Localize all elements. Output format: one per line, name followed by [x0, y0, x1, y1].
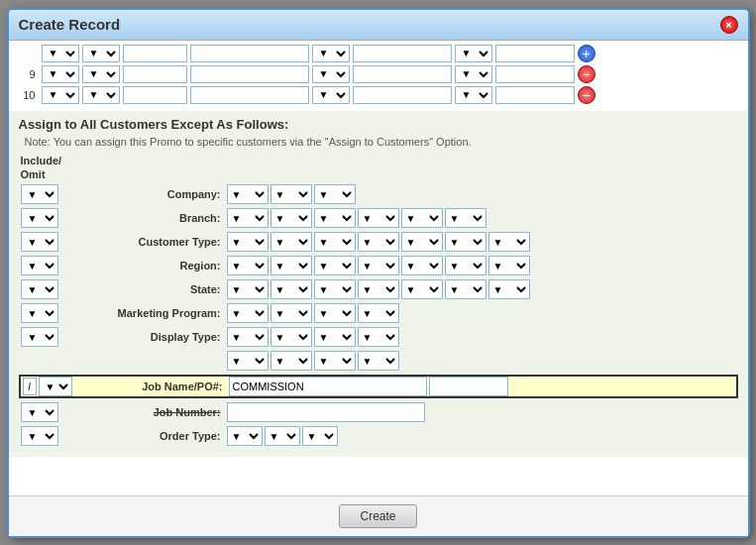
- branch-select-3[interactable]: ▼: [314, 208, 356, 228]
- job-name-label: Job Name/PO#:: [80, 381, 229, 392]
- region-select-6[interactable]: ▼: [445, 256, 486, 275]
- company-select-2[interactable]: ▼: [270, 184, 312, 204]
- region-select-1[interactable]: ▼: [227, 256, 269, 275]
- mp-select-2[interactable]: ▼: [270, 303, 312, 323]
- state-select-1[interactable]: ▼: [227, 279, 269, 299]
- row10-select-2[interactable]: ▼: [82, 86, 120, 104]
- ct-select-5[interactable]: ▼: [401, 232, 443, 252]
- dt2-select-1[interactable]: ▼: [227, 351, 269, 371]
- dt-select-3[interactable]: ▼: [314, 327, 356, 347]
- form-row-display-type: ▼ Display Type: ▼ ▼ ▼ ▼: [19, 326, 738, 348]
- ot-select-2[interactable]: ▼: [265, 426, 300, 446]
- create-record-dialog: Create Record × ▼ ▼ ▼ ▼ +: [7, 8, 750, 538]
- region-select-4[interactable]: ▼: [358, 256, 399, 275]
- region-select-3[interactable]: ▼: [314, 256, 356, 275]
- row10-input-2[interactable]: [190, 86, 309, 104]
- ct-select-4[interactable]: ▼: [358, 232, 399, 252]
- order-type-io-select[interactable]: ▼: [21, 426, 58, 446]
- company-label: Company:: [78, 188, 227, 200]
- scrollable-content[interactable]: ▼ ▼ ▼ ▼ + 9 ▼ ▼ ▼: [9, 41, 748, 495]
- row10-select-4[interactable]: ▼: [455, 86, 492, 104]
- company-select-3[interactable]: ▼: [314, 184, 356, 204]
- row9-select-4[interactable]: ▼: [455, 65, 492, 83]
- row-select-1[interactable]: ▼: [42, 45, 79, 62]
- row9-select-2[interactable]: ▼: [82, 65, 120, 83]
- form-row-job-name: I ▼ Job Name/PO#:: [19, 375, 738, 398]
- ct-select-3[interactable]: ▼: [314, 232, 356, 252]
- state-select-5[interactable]: ▼: [401, 279, 443, 299]
- ct-select-6[interactable]: ▼: [445, 232, 486, 252]
- branch-select-2[interactable]: ▼: [270, 208, 312, 228]
- row-input-4[interactable]: [495, 45, 575, 62]
- display-io-select[interactable]: ▼: [21, 327, 58, 347]
- job-name-fields: [229, 377, 736, 396]
- customer-type-fields: ▼ ▼ ▼ ▼ ▼ ▼ ▼: [227, 232, 738, 252]
- state-select-2[interactable]: ▼: [270, 279, 312, 299]
- row9-input-3[interactable]: [353, 65, 452, 83]
- company-io-select[interactable]: ▼: [21, 184, 58, 204]
- region-select-2[interactable]: ▼: [270, 256, 312, 275]
- ct-select-2[interactable]: ▼: [270, 232, 312, 252]
- state-select-3[interactable]: ▼: [314, 279, 356, 299]
- branch-select-6[interactable]: ▼: [445, 208, 486, 228]
- row-input-3[interactable]: [353, 45, 452, 62]
- row9-input-4[interactable]: [495, 65, 575, 83]
- ot-select-3[interactable]: ▼: [302, 426, 338, 446]
- dt2-select-4[interactable]: ▼: [358, 351, 399, 371]
- job-name-input[interactable]: [229, 377, 427, 396]
- row-select-4[interactable]: ▼: [455, 45, 492, 62]
- row-input-1[interactable]: [123, 45, 187, 62]
- job-name-extra-input[interactable]: [429, 377, 508, 396]
- row-select-2[interactable]: ▼: [82, 45, 120, 62]
- branch-select-5[interactable]: ▼: [401, 208, 443, 228]
- display-type-label: Display Type:: [78, 331, 227, 343]
- mp-select-4[interactable]: ▼: [358, 303, 399, 323]
- row10-input-1[interactable]: [123, 86, 187, 104]
- row10-select-1[interactable]: ▼: [42, 86, 79, 104]
- row10-select-3[interactable]: ▼: [312, 86, 350, 104]
- job-number-fields: [227, 402, 738, 422]
- add-row-button[interactable]: +: [578, 45, 595, 62]
- job-name-io-select[interactable]: ▼: [39, 377, 72, 396]
- state-select-4[interactable]: ▼: [358, 279, 399, 299]
- job-number-input[interactable]: [227, 402, 425, 422]
- row9-select-1[interactable]: ▼: [42, 65, 79, 83]
- dt-select-2[interactable]: ▼: [270, 327, 312, 347]
- state-select-7[interactable]: ▼: [488, 279, 530, 299]
- state-io-select[interactable]: ▼: [21, 279, 58, 299]
- branch-io-select[interactable]: ▼: [21, 208, 58, 228]
- dt2-select-3[interactable]: ▼: [314, 351, 356, 371]
- job-number-io-select[interactable]: ▼: [21, 402, 58, 422]
- row10-input-4[interactable]: [495, 86, 575, 104]
- remove-row-9-button[interactable]: −: [578, 65, 595, 83]
- region-select-5[interactable]: ▼: [401, 256, 443, 275]
- row9-input-2[interactable]: [190, 65, 309, 83]
- state-label: State:: [78, 283, 227, 295]
- row10-input-3[interactable]: [353, 86, 452, 104]
- branch-select-1[interactable]: ▼: [227, 208, 269, 228]
- customer-type-io-select[interactable]: ▼: [21, 232, 58, 252]
- dt2-select-2[interactable]: ▼: [270, 351, 312, 371]
- form-grid: ▼ Company: ▼ ▼ ▼ ▼: [19, 183, 738, 447]
- dt-select-1[interactable]: ▼: [227, 327, 269, 347]
- dt-select-4[interactable]: ▼: [358, 327, 399, 347]
- row9-select-3[interactable]: ▼: [312, 65, 350, 83]
- create-button[interactable]: Create: [339, 504, 416, 528]
- row-number-9: 9: [17, 68, 39, 80]
- region-select-7[interactable]: ▼: [488, 256, 530, 275]
- ot-select-1[interactable]: ▼: [227, 426, 263, 446]
- mp-select-1[interactable]: ▼: [227, 303, 269, 323]
- state-select-6[interactable]: ▼: [445, 279, 486, 299]
- region-io-select[interactable]: ▼: [21, 256, 58, 275]
- company-select-1[interactable]: ▼: [227, 184, 269, 204]
- row9-input-1[interactable]: [123, 65, 187, 83]
- ct-select-7[interactable]: ▼: [488, 232, 530, 252]
- branch-select-4[interactable]: ▼: [358, 208, 399, 228]
- mp-select-3[interactable]: ▼: [314, 303, 356, 323]
- row-select-3[interactable]: ▼: [312, 45, 350, 62]
- ct-select-1[interactable]: ▼: [227, 232, 269, 252]
- row-input-2[interactable]: [190, 45, 309, 62]
- remove-row-10-button[interactable]: −: [578, 86, 595, 104]
- marketing-io-select[interactable]: ▼: [21, 303, 58, 323]
- close-button[interactable]: ×: [720, 16, 738, 34]
